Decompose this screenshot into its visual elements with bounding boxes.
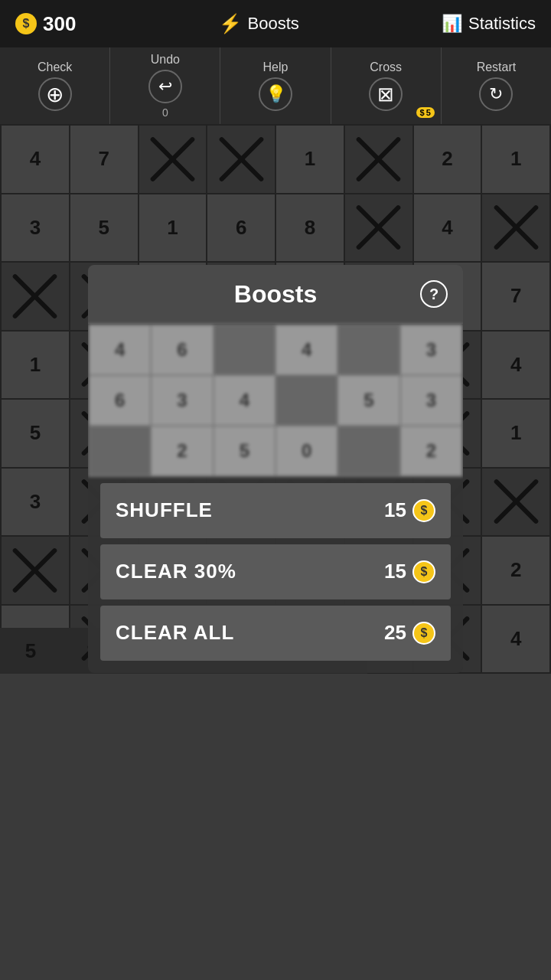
shuffle-cost-value: 15 [384, 498, 406, 522]
mini-cell: 2 [152, 426, 212, 475]
clear30-cost: 15 $ [384, 560, 435, 583]
help-button[interactable]: Help 💡 [220, 47, 331, 124]
statistics-button[interactable]: 📊 Statistics [442, 14, 536, 34]
shuffle-boost-button[interactable]: SHUFFLE 15 $ [100, 483, 451, 538]
undo-count: 0 [162, 106, 168, 119]
mini-cell: 0 [276, 426, 337, 475]
cross-button[interactable]: Cross ⊠ $ 5 [331, 47, 442, 124]
mini-cell: 6 [152, 325, 212, 374]
mini-cell: 3 [401, 376, 461, 425]
clear30-label: CLEAR 30% [116, 560, 236, 583]
coins-display: $ 300 [15, 12, 76, 36]
help-label: Help [263, 60, 289, 74]
modal-grid-background: 4 6 4 3 6 3 4 5 3 2 5 0 2 [88, 324, 463, 477]
mini-cell [338, 426, 399, 475]
mini-cell: 4 [276, 325, 337, 374]
boost-buttons-container: SHUFFLE 15 $ CLEAR 30% 15 $ CLEAR ALL [88, 477, 463, 673]
stats-bar-icon: 📊 [442, 14, 462, 34]
cross-cost-badge: $ 5 [416, 107, 435, 118]
restart-button[interactable]: Restart ↻ [442, 47, 551, 124]
bottom-area [0, 674, 551, 917]
boosts-help-button[interactable]: ? [420, 280, 448, 308]
boosts-label: Boosts [248, 14, 299, 34]
top-bar: $ 300 ⚡ Boosts 📊 Statistics [0, 0, 551, 47]
clearall-cost-coin-icon: $ [412, 622, 435, 645]
boosts-button[interactable]: ⚡ Boosts [219, 13, 299, 34]
mini-cell [214, 325, 275, 374]
mini-cell: 5 [338, 376, 399, 425]
shuffle-cost: 15 $ [384, 498, 435, 522]
mini-cell: 3 [152, 376, 212, 425]
mini-cell [90, 426, 150, 475]
game-area: 4 7 1 2 1 3 5 1 6 8 4 5 4 2 7 1 1 5 1 4 [0, 124, 551, 674]
check-button[interactable]: Check ⊕ [0, 47, 110, 124]
restart-label: Restart [477, 60, 517, 74]
help-icon: 💡 [259, 77, 292, 111]
clearall-boost-button[interactable]: CLEAR ALL 25 $ [100, 606, 451, 661]
restart-icon: ↻ [479, 77, 513, 111]
mini-cell: 6 [90, 376, 150, 425]
check-icon: ⊕ [38, 77, 72, 111]
clearall-cost: 25 $ [384, 621, 435, 645]
clearall-label: CLEAR ALL [116, 621, 234, 645]
mini-cell: 5 [214, 426, 275, 475]
boost-lightning-icon: ⚡ [219, 13, 242, 34]
clear30-cost-coin-icon: $ [412, 560, 435, 583]
mini-cell [338, 325, 399, 374]
clear30-boost-button[interactable]: CLEAR 30% 15 $ [100, 544, 451, 599]
mini-cell: 4 [214, 376, 275, 425]
cross-cost-icon: $ [420, 108, 425, 117]
cross-icon: ⊠ [369, 77, 403, 111]
shuffle-label: SHUFFLE [116, 498, 213, 522]
modal-header: Boosts ? [88, 265, 463, 324]
help-question-mark: ? [429, 286, 439, 303]
mini-cell: 2 [401, 426, 461, 475]
undo-button[interactable]: Undo ↩ 0 [110, 47, 220, 124]
mini-cell: 3 [401, 325, 461, 374]
coins-value: 300 [43, 12, 76, 36]
mini-cell: 4 [90, 325, 150, 374]
undo-icon: ↩ [148, 70, 182, 103]
check-label: Check [37, 60, 72, 74]
cross-cost-value: 5 [426, 108, 431, 117]
cross-label: Cross [370, 60, 402, 74]
modal-overlay: Boosts ? 4 6 4 3 6 3 4 5 3 2 [0, 124, 551, 674]
modal-title: Boosts [234, 280, 317, 309]
coin-icon: $ [15, 13, 37, 34]
action-bar: Check ⊕ Undo ↩ 0 Help 💡 Cross ⊠ $ 5 Rest… [0, 47, 551, 124]
statistics-label: Statistics [468, 14, 536, 34]
clear30-cost-value: 15 [384, 560, 406, 583]
boosts-modal: Boosts ? 4 6 4 3 6 3 4 5 3 2 [88, 265, 463, 673]
shuffle-cost-coin-icon: $ [412, 499, 435, 522]
mini-cell [276, 376, 337, 425]
clearall-cost-value: 25 [384, 621, 406, 645]
undo-label: Undo [151, 53, 180, 67]
